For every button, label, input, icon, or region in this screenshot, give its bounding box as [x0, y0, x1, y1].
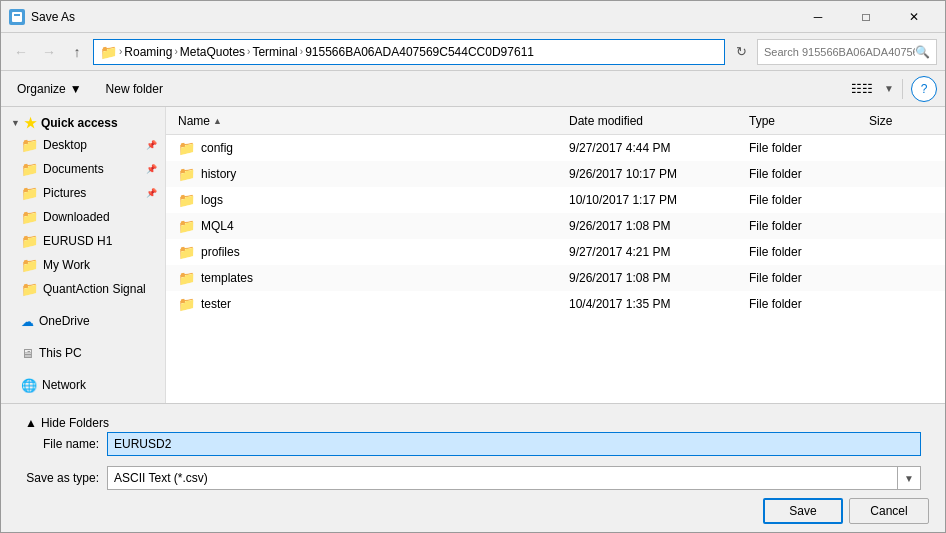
quick-access-star-icon: ★ [24, 115, 37, 131]
new-folder-label: New folder [106, 82, 163, 96]
file-name: config [201, 141, 233, 155]
onedrive-icon: ☁ [21, 314, 34, 329]
file-name-cell: 📁 history [170, 166, 561, 182]
quantaction-folder-icon: 📁 [21, 281, 38, 297]
sidebar: ▼ ★ Quick access 📁 Desktop 📌 📁 Documents… [1, 107, 166, 403]
table-row[interactable]: 📁 config 9/27/2017 4:44 PM File folder [166, 135, 945, 161]
sidebar-item-onedrive[interactable]: ☁ OneDrive [1, 309, 165, 333]
cancel-button[interactable]: Cancel [849, 498, 929, 524]
quick-access-header[interactable]: ▼ ★ Quick access [1, 111, 165, 133]
minimize-button[interactable]: ─ [795, 1, 841, 33]
organize-chevron-icon: ▼ [70, 82, 82, 96]
file-name-cell: 📁 MQL4 [170, 218, 561, 234]
new-folder-button[interactable]: New folder [98, 76, 171, 102]
savetype-value: ASCII Text (*.csv) [114, 471, 897, 485]
close-button[interactable]: ✕ [891, 1, 937, 33]
maximize-button[interactable]: □ [843, 1, 889, 33]
table-row[interactable]: 📁 tester 10/4/2017 1:35 PM File folder [166, 291, 945, 317]
search-input[interactable] [764, 46, 915, 58]
sidebar-item-quantaction-label: QuantAction Signal [43, 282, 146, 296]
sidebar-item-pictures-label: Pictures [43, 186, 86, 200]
refresh-button[interactable]: ↻ [729, 40, 753, 64]
filename-row: File name: [17, 430, 929, 458]
table-row[interactable]: 📁 logs 10/10/2017 1:17 PM File folder [166, 187, 945, 213]
sidebar-item-pictures[interactable]: 📁 Pictures 📌 [1, 181, 165, 205]
filename-label: File name: [17, 437, 107, 451]
save-label: Save [789, 504, 816, 518]
file-date: 9/26/2017 1:08 PM [561, 219, 741, 233]
col-header-size[interactable]: Size [861, 107, 941, 134]
save-as-dialog: Save As ─ □ ✕ ← → ↑ 📁 › Roaming › MetaQu… [0, 0, 946, 533]
file-name: logs [201, 193, 223, 207]
file-date: 9/26/2017 1:08 PM [561, 271, 741, 285]
sidebar-item-thispc[interactable]: 🖥 This PC [1, 341, 165, 365]
forward-button[interactable]: → [37, 40, 61, 64]
savetype-chevron-icon: ▼ [897, 467, 914, 489]
address-bar[interactable]: 📁 › Roaming › MetaQuotes › Terminal › 91… [93, 39, 725, 65]
sort-arrow-icon: ▲ [213, 116, 222, 126]
pin-icon-documents: 📌 [146, 164, 157, 174]
address-bar-row: ← → ↑ 📁 › Roaming › MetaQuotes › Termina… [1, 33, 945, 71]
back-button[interactable]: ← [9, 40, 33, 64]
view-chevron-icon: ▼ [884, 83, 894, 94]
sidebar-item-eurusd[interactable]: 📁 EURUSD H1 [1, 229, 165, 253]
file-type: File folder [741, 245, 861, 259]
file-date: 9/27/2017 4:21 PM [561, 245, 741, 259]
up-button[interactable]: ↑ [65, 40, 89, 64]
hide-folders-button[interactable]: ▲ Hide Folders [25, 416, 109, 430]
table-row[interactable]: 📁 history 9/26/2017 10:17 PM File folder [166, 161, 945, 187]
quick-access-label: Quick access [41, 116, 118, 130]
network-icon: 🌐 [21, 378, 37, 393]
pictures-folder-icon: 📁 [21, 185, 38, 201]
organize-button[interactable]: Organize ▼ [9, 76, 90, 102]
col-header-type[interactable]: Type [741, 107, 861, 134]
downloaded-folder-icon: 📁 [21, 209, 38, 225]
filename-input[interactable] [107, 432, 921, 456]
sidebar-item-mywork[interactable]: 📁 My Work [1, 253, 165, 277]
savetype-select[interactable]: ASCII Text (*.csv) ▼ [107, 466, 921, 490]
file-type: File folder [741, 141, 861, 155]
file-name-cell: 📁 templates [170, 270, 561, 286]
help-button[interactable]: ? [911, 76, 937, 102]
col-header-name[interactable]: Name ▲ [170, 107, 561, 134]
table-row[interactable]: 📁 templates 9/26/2017 1:08 PM File folde… [166, 265, 945, 291]
sidebar-item-eurusd-label: EURUSD H1 [43, 234, 112, 248]
title-bar: Save As ─ □ ✕ [1, 1, 945, 33]
folder-icon: 📁 [178, 192, 195, 208]
file-name: MQL4 [201, 219, 234, 233]
file-name-cell: 📁 config [170, 140, 561, 156]
sidebar-item-downloaded[interactable]: 📁 Downloaded [1, 205, 165, 229]
sidebar-item-documents[interactable]: 📁 Documents 📌 [1, 157, 165, 181]
sidebar-item-network[interactable]: 🌐 Network [1, 373, 165, 397]
toolbar-separator [902, 79, 903, 99]
table-row[interactable]: 📁 profiles 9/27/2017 4:21 PM File folder [166, 239, 945, 265]
file-date: 10/10/2017 1:17 PM [561, 193, 741, 207]
col-header-date[interactable]: Date modified [561, 107, 741, 134]
savetype-label: Save as type: [17, 471, 107, 485]
search-box[interactable]: 🔍 [757, 39, 937, 65]
file-rows-container: 📁 config 9/27/2017 4:44 PM File folder 📁… [166, 135, 945, 317]
file-list-header: Name ▲ Date modified Type Size [166, 107, 945, 135]
file-name-cell: 📁 profiles [170, 244, 561, 260]
mywork-folder-icon: 📁 [21, 257, 38, 273]
svg-rect-1 [14, 14, 20, 16]
view-button[interactable]: ☷☷ [848, 76, 876, 102]
sidebar-item-quantaction[interactable]: 📁 QuantAction Signal [1, 277, 165, 301]
file-type: File folder [741, 297, 861, 311]
path-segment-roaming: Roaming [124, 45, 172, 59]
file-name: history [201, 167, 236, 181]
path-segment-metaquotes: MetaQuotes [180, 45, 245, 59]
sidebar-item-desktop[interactable]: 📁 Desktop 📌 [1, 133, 165, 157]
sidebar-item-network-label: Network [42, 378, 86, 392]
quick-access-chevron-icon: ▼ [11, 118, 20, 128]
sidebar-divider-3 [1, 365, 165, 373]
address-path: › Roaming › MetaQuotes › Terminal › 9155… [117, 45, 718, 59]
file-name-cell: 📁 tester [170, 296, 561, 312]
path-segment-terminal: Terminal [252, 45, 297, 59]
save-button[interactable]: Save [763, 498, 843, 524]
pin-icon-pictures: 📌 [146, 188, 157, 198]
table-row[interactable]: 📁 MQL4 9/26/2017 1:08 PM File folder [166, 213, 945, 239]
file-name: profiles [201, 245, 240, 259]
search-icon: 🔍 [915, 45, 930, 59]
folder-icon: 📁 [178, 140, 195, 156]
